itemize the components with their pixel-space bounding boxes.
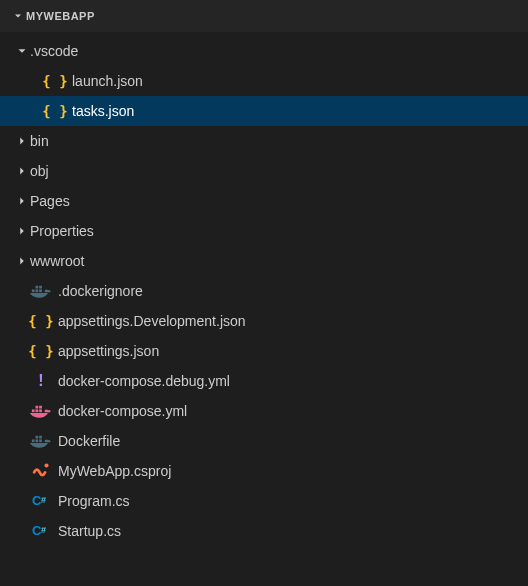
file-label: Startup.cs — [58, 523, 121, 539]
file-appsettings-dev[interactable]: { } appsettings.Development.json — [0, 306, 528, 336]
file-startup-cs[interactable]: C# Startup.cs — [0, 516, 528, 546]
file-label: appsettings.Development.json — [58, 313, 246, 329]
chevron-right-icon — [14, 253, 30, 269]
chevron-down-icon — [10, 8, 26, 24]
json-icon: { } — [30, 340, 52, 362]
svg-rect-3 — [36, 286, 39, 289]
docker-icon — [30, 430, 52, 452]
svg-rect-13 — [36, 436, 39, 439]
svg-text:#: # — [41, 525, 46, 535]
svg-rect-2 — [39, 289, 42, 292]
folder-label: bin — [30, 133, 49, 149]
svg-rect-12 — [39, 439, 42, 442]
csharp-icon: C# — [30, 490, 52, 512]
svg-rect-14 — [39, 436, 42, 439]
file-label: docker-compose.debug.yml — [58, 373, 230, 389]
folder-label: Pages — [30, 193, 70, 209]
file-dockerfile[interactable]: Dockerfile — [0, 426, 528, 456]
svg-rect-0 — [32, 289, 35, 292]
folder-properties[interactable]: Properties — [0, 216, 528, 246]
svg-rect-7 — [39, 409, 42, 412]
file-csproj[interactable]: MyWebApp.csproj — [0, 456, 528, 486]
file-label: appsettings.json — [58, 343, 159, 359]
folder-label: obj — [30, 163, 49, 179]
csharp-icon: C# — [30, 520, 52, 542]
svg-rect-6 — [36, 409, 39, 412]
svg-point-15 — [44, 463, 48, 467]
folder-wwwroot[interactable]: wwwroot — [0, 246, 528, 276]
svg-rect-10 — [32, 439, 35, 442]
chevron-down-icon — [14, 43, 30, 59]
file-tree: .vscode { } launch.json { } tasks.json b… — [0, 32, 528, 546]
svg-rect-1 — [36, 289, 39, 292]
docker-icon — [30, 280, 52, 302]
file-compose[interactable]: docker-compose.yml — [0, 396, 528, 426]
chevron-right-icon — [14, 193, 30, 209]
file-appsettings[interactable]: { } appsettings.json — [0, 336, 528, 366]
docker-icon — [30, 400, 52, 422]
file-label: tasks.json — [72, 103, 134, 119]
svg-rect-5 — [32, 409, 35, 412]
explorer-header[interactable]: MYWEBAPP — [0, 0, 528, 32]
yaml-icon: ! — [30, 370, 52, 392]
file-compose-debug[interactable]: ! docker-compose.debug.yml — [0, 366, 528, 396]
json-icon: { } — [44, 70, 66, 92]
xml-icon — [30, 460, 52, 482]
svg-text:#: # — [41, 495, 46, 505]
chevron-right-icon — [14, 163, 30, 179]
file-dockerignore[interactable]: .dockerignore — [0, 276, 528, 306]
folder-vscode[interactable]: .vscode — [0, 36, 528, 66]
file-program-cs[interactable]: C# Program.cs — [0, 486, 528, 516]
svg-rect-9 — [39, 406, 42, 409]
json-icon: { } — [44, 100, 66, 122]
chevron-right-icon — [14, 133, 30, 149]
folder-bin[interactable]: bin — [0, 126, 528, 156]
folder-label: .vscode — [30, 43, 78, 59]
file-label: Program.cs — [58, 493, 130, 509]
file-label: launch.json — [72, 73, 143, 89]
json-icon: { } — [30, 310, 52, 332]
project-title: MYWEBAPP — [26, 10, 95, 22]
file-label: .dockerignore — [58, 283, 143, 299]
folder-pages[interactable]: Pages — [0, 186, 528, 216]
folder-label: wwwroot — [30, 253, 84, 269]
file-tasks-json[interactable]: { } tasks.json — [0, 96, 528, 126]
svg-rect-11 — [36, 439, 39, 442]
file-label: docker-compose.yml — [58, 403, 187, 419]
file-launch-json[interactable]: { } launch.json — [0, 66, 528, 96]
svg-rect-8 — [36, 406, 39, 409]
chevron-right-icon — [14, 223, 30, 239]
svg-rect-4 — [39, 286, 42, 289]
folder-label: Properties — [30, 223, 94, 239]
file-label: Dockerfile — [58, 433, 120, 449]
file-label: MyWebApp.csproj — [58, 463, 171, 479]
folder-obj[interactable]: obj — [0, 156, 528, 186]
